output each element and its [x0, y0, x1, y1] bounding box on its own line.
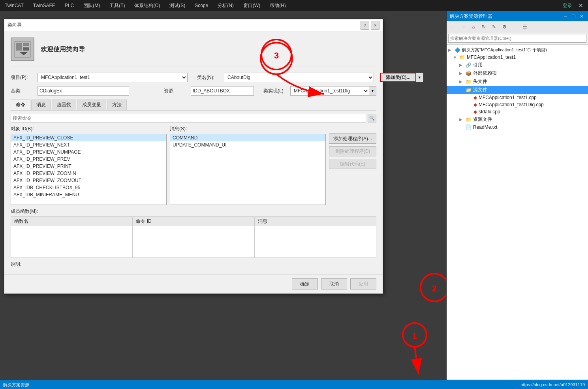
- edit-code-button[interactable]: 编辑代码(E): [329, 159, 376, 169]
- menu-scope[interactable]: Scope: [193, 1, 210, 10]
- search-button[interactable]: 🔍: [368, 114, 376, 122]
- dialog-close-button[interactable]: ×: [371, 21, 379, 30]
- refresh-button[interactable]: ↻: [479, 23, 488, 31]
- class-wizard-dialog: 类向导 ? ×: [4, 19, 383, 294]
- back-button[interactable]: ←: [448, 23, 458, 31]
- message-list[interactable]: COMMAND UPDATE_COMMAND_UI: [170, 134, 326, 205]
- menu-arch[interactable]: 体系结构(C): [133, 1, 162, 11]
- expand-icon[interactable]: ▼: [459, 88, 466, 92]
- panel-search: [447, 32, 588, 45]
- tab-member-var[interactable]: 成员变量: [77, 100, 106, 110]
- solution-node[interactable]: ▶ 🔷 解决方案"MFCApplication1_test1"(1 个项目): [447, 46, 588, 54]
- expand-icon[interactable]: ▼: [453, 55, 459, 60]
- list-item[interactable]: AFX_ID_PREVIEW_NEXT: [11, 141, 166, 148]
- home-button[interactable]: ⌂: [469, 23, 478, 31]
- solution-search-input[interactable]: [448, 34, 586, 43]
- source-files-node[interactable]: ▼ 📁 源文件: [447, 86, 588, 94]
- status-bar: 解决方案资源... https://blog.csdn.net/u0129311…: [0, 380, 588, 389]
- menu-help[interactable]: 帮助(H): [268, 1, 287, 11]
- member-table-cell: [11, 226, 133, 258]
- classname-select[interactable]: CAboutDlg: [224, 73, 374, 82]
- expand-icon[interactable]: ▶: [459, 117, 466, 122]
- base-class-input[interactable]: [38, 86, 129, 96]
- source-file-stdafx[interactable]: ◆ stdafx.cpp: [447, 108, 588, 115]
- external-deps-node[interactable]: ▶ 📦 外部依赖项: [447, 69, 588, 77]
- object-id-list[interactable]: AFX_ID_PREVIEW_CLOSE AFX_ID_PREVIEW_NEXT…: [11, 134, 167, 205]
- class-impl-dropdown[interactable]: ▼: [369, 86, 376, 96]
- tab-method[interactable]: 方法: [107, 100, 127, 110]
- search-row: 🔍: [11, 114, 376, 122]
- collapse-button[interactable]: —: [510, 23, 519, 31]
- description-label: 说明:: [11, 261, 21, 268]
- window-close-icon[interactable]: ✕: [577, 1, 585, 10]
- status-left: 解决方案资源...: [3, 382, 33, 388]
- menu-button[interactable]: ☰: [520, 23, 530, 31]
- menu-twincat[interactable]: TwinCAT: [3, 1, 25, 10]
- login-link[interactable]: 登录: [561, 1, 574, 11]
- resource-files-label: 资源文件: [473, 116, 492, 123]
- add-handler-button[interactable]: 添加处理程序(A)...: [329, 133, 376, 144]
- tab-command[interactable]: 命令: [11, 100, 30, 110]
- expand-icon[interactable]: ▶: [448, 48, 455, 52]
- source-file-dlg-cpp[interactable]: ◆ MFCApplication1_test1Dlg.cpp: [447, 101, 588, 108]
- list-item[interactable]: AFX_IDB_CHECKLISTBOX_95: [11, 184, 166, 191]
- add-class-dropdown-button[interactable]: ▼: [416, 73, 423, 82]
- expand-icon[interactable]: ▶: [459, 71, 466, 75]
- svg-point-6: [421, 274, 446, 301]
- forward-button[interactable]: →: [458, 23, 468, 31]
- expand-icon[interactable]: ▶: [459, 79, 466, 84]
- tab-message[interactable]: 消息: [31, 100, 51, 110]
- class-impl-label: 类实现(L):: [263, 88, 287, 94]
- project-classname-row: 项目(P): MFCApplication1_test1 类名(N): CAbo…: [11, 73, 376, 82]
- list-item[interactable]: AFX_IDB_MINIFRAME_MENU: [11, 191, 166, 198]
- search-input[interactable]: [11, 114, 366, 122]
- panel-title: 解决方案资源管理器: [450, 13, 561, 20]
- dialog-footer: 确定 取消 应用: [4, 274, 383, 293]
- list-item[interactable]: AFX_ID_PREVIEW_PRINT: [11, 163, 166, 170]
- list-item[interactable]: AFX_ID_PREVIEW_ZOOMIN: [11, 170, 166, 177]
- dialog-help-button[interactable]: ?: [361, 21, 369, 30]
- svg-rect-3: [23, 47, 29, 51]
- list-item[interactable]: AFX_ID_PREVIEW_ZOOMOUT: [11, 177, 166, 184]
- project-select[interactable]: MFCApplication1_test1: [38, 73, 188, 82]
- list-item[interactable]: AFX_ID_PREVIEW_PREV: [11, 156, 166, 163]
- references-node[interactable]: ▶ 🔗 引用: [447, 61, 588, 69]
- menu-tools[interactable]: 工具(T): [108, 1, 126, 11]
- panel-pin-button[interactable]: –: [563, 13, 569, 19]
- ok-button[interactable]: 确定: [292, 278, 318, 289]
- panel-close-button[interactable]: ×: [579, 13, 585, 19]
- col-funcname: 函数名: [11, 217, 133, 226]
- project-node[interactable]: ▼ 📁 MFCApplication1_test1: [447, 54, 588, 61]
- panel-float-button[interactable]: □: [570, 13, 577, 19]
- references-label: 引用: [473, 62, 483, 68]
- tab-virtual-func[interactable]: 虚函数: [52, 100, 76, 110]
- resource-files-node[interactable]: ▶ 📁 资源文件: [447, 115, 588, 124]
- add-class-button[interactable]: 添加类(C)...: [380, 73, 416, 82]
- expand-icon[interactable]: ▶: [459, 63, 466, 67]
- delete-handler-button[interactable]: 删除处理程序(D): [329, 146, 376, 156]
- menu-window[interactable]: 窗口(W): [242, 1, 262, 11]
- edit-button[interactable]: ✎: [489, 23, 499, 31]
- list-item[interactable]: AFX_ID_PREVIEW_NUMPAGE: [11, 148, 166, 156]
- settings-button[interactable]: ⚙: [500, 23, 509, 31]
- readme-node[interactable]: 📄 ReadMe.txt: [447, 124, 588, 131]
- member-functions-label: 成员函数(M):: [11, 208, 376, 215]
- list-item-command[interactable]: COMMAND: [170, 134, 325, 141]
- base-class-label: 基类:: [11, 88, 34, 94]
- dialog-title: 类向导: [8, 22, 361, 28]
- header-files-node[interactable]: ▶ 📁 头文件: [447, 77, 588, 86]
- resource-input[interactable]: [191, 86, 254, 96]
- classname-label: 类名(N):: [197, 74, 221, 81]
- cancel-button[interactable]: 取消: [321, 278, 347, 289]
- apply-button[interactable]: 应用: [350, 278, 376, 289]
- menu-analyze[interactable]: 分析(N): [216, 1, 235, 11]
- menu-plc[interactable]: PLC: [63, 1, 75, 10]
- cpp-file-label: MFCApplication1_test1.cpp: [479, 95, 537, 100]
- class-impl-select[interactable]: MFCApplication1_test1Dlg: [290, 86, 369, 96]
- menu-test[interactable]: 测试(S): [168, 1, 187, 11]
- menu-team[interactable]: 团队(M): [82, 1, 101, 11]
- menu-twinsafe[interactable]: TwinSAFE: [32, 1, 57, 10]
- source-file-cpp1[interactable]: ◆ MFCApplication1_test1.cpp: [447, 94, 588, 101]
- list-item-update-command-ui[interactable]: UPDATE_COMMAND_UI: [170, 141, 325, 148]
- list-item[interactable]: AFX_ID_PREVIEW_CLOSE: [11, 134, 166, 141]
